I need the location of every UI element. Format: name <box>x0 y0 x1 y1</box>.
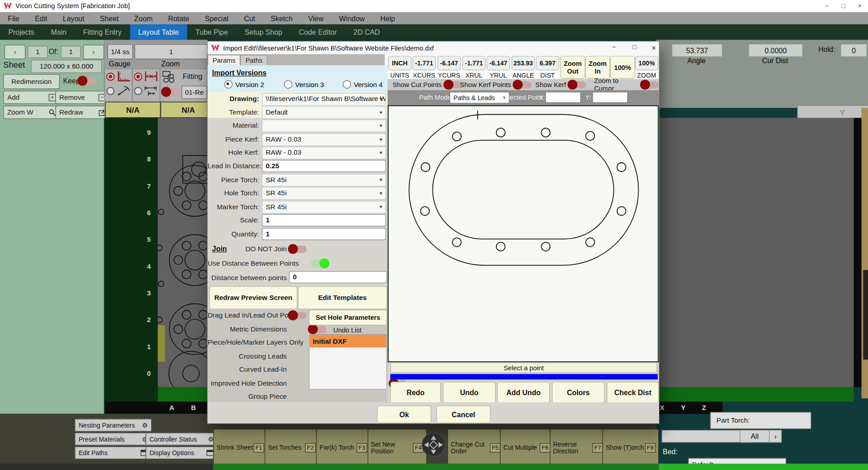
tab-main[interactable]: Main <box>42 24 74 40</box>
edit-templates-button[interactable]: Edit Templates <box>298 286 387 309</box>
quantity-input[interactable]: 1 <box>262 228 386 240</box>
side-scrollbar[interactable] <box>862 108 868 398</box>
reverse-direction-button[interactable]: Reverse DirectionF7 <box>550 429 606 466</box>
zoom-to-cursor-toggle[interactable] <box>641 81 659 88</box>
controller-status-button[interactable]: Controller Status⚙ <box>146 433 218 445</box>
dialog-minimize-icon[interactable]: − <box>608 43 620 51</box>
zoom-in-button[interactable]: Zoom In <box>585 56 610 78</box>
menu-item-rotate[interactable]: Rotate <box>160 14 197 22</box>
redo-button[interactable]: Redo <box>390 382 441 403</box>
redraw-preview-button[interactable]: Redraw Preview Screen <box>209 286 297 309</box>
version-2-option[interactable]: Version 2 <box>224 80 264 88</box>
dimension-tool-option[interactable] <box>133 69 159 83</box>
undo-list-item-initial-dxf[interactable]: Initial DXF <box>310 335 386 347</box>
gauge-value-button[interactable]: 1/4 ss <box>107 44 133 59</box>
all-button[interactable]: All <box>740 430 770 442</box>
maximize-icon[interactable]: □ <box>835 2 852 10</box>
sketch-radio[interactable] <box>107 87 115 95</box>
dxf-preview-canvas[interactable] <box>388 105 659 362</box>
material-dropdown[interactable] <box>262 119 386 132</box>
current-sheet-field[interactable]: 1 <box>28 46 47 58</box>
tab-fitting-entry[interactable]: Fitting Entry <box>75 24 130 40</box>
sketch-tool-option[interactable] <box>105 83 132 98</box>
piece-kerf-dropdown[interactable]: RAW - 0.03 <box>262 133 386 146</box>
show-cut-points-toggle[interactable] <box>445 81 462 88</box>
tab-tube-pipe[interactable]: Tube Pipe <box>187 24 237 40</box>
distance-between-points-input[interactable]: 0 <box>289 271 387 283</box>
menu-item-sheet[interactable]: Sheet <box>92 14 126 22</box>
scrollbar-thumb[interactable] <box>863 270 868 360</box>
cancel-button[interactable]: Cancel <box>436 405 491 423</box>
menu-item-sketch[interactable]: Sketch <box>263 14 300 22</box>
menu-item-file[interactable]: File <box>0 14 27 22</box>
part-torch-dropdown[interactable] <box>662 430 752 442</box>
park-torch-button[interactable]: Par(k) TorchF3 <box>316 429 370 466</box>
shrink-sheet-button[interactable]: Shrink SheetF1 <box>213 429 267 466</box>
piece-torch-dropdown[interactable]: SR 45i <box>262 174 386 186</box>
menu-item-view[interactable]: View <box>301 14 332 22</box>
sheet-canvas-left[interactable]: 9 8 7 6 5 4 3 2 1 0 <box>104 118 216 414</box>
zoom-100-button[interactable]: 100% <box>610 56 635 78</box>
show-kerf-toggle[interactable] <box>569 81 586 88</box>
template-dropdown[interactable]: Default <box>262 106 386 119</box>
redraw-button[interactable]: Redraw <box>56 106 110 119</box>
drag-lead-toggle[interactable] <box>289 312 306 319</box>
menu-item-special[interactable]: Special <box>197 14 237 22</box>
zoom-out-button[interactable]: Zoom Out <box>560 56 585 78</box>
check-dist-button[interactable]: Check Dist <box>607 382 659 403</box>
minimize-icon[interactable]: − <box>818 2 835 10</box>
tab-setup-shop[interactable]: Setup Shop <box>237 24 291 40</box>
x-input[interactable] <box>545 92 581 103</box>
total-sheets-field[interactable]: 1 <box>61 46 81 58</box>
tab-code-editor[interactable]: Code Editor <box>291 24 345 40</box>
version-4-radio[interactable] <box>343 80 351 88</box>
zoom-value-field[interactable]: 1 <box>135 44 208 59</box>
dialog-maximize-icon[interactable]: □ <box>629 43 640 51</box>
version-3-radio[interactable] <box>284 80 292 88</box>
version-2-radio[interactable] <box>224 80 232 88</box>
cut-multiple-button[interactable]: Cut MultipleF6 <box>500 429 554 466</box>
dimension-alt-radio[interactable] <box>134 87 142 95</box>
version-3-option[interactable]: Version 3 <box>284 80 324 88</box>
y-input[interactable] <box>592 92 628 103</box>
redimension-button[interactable]: Redimension <box>3 74 60 89</box>
lead-in-input[interactable]: 0.25 <box>262 160 386 172</box>
ok-button[interactable]: Ok <box>377 405 431 423</box>
hold-value-field[interactable]: 0 <box>840 44 867 57</box>
change-cut-order-button[interactable]: Change Cut OrderF5 <box>447 429 504 466</box>
fitting-toggle[interactable] <box>162 88 180 96</box>
set-hole-parameters-button[interactable]: Set Hole Parameters <box>309 310 387 325</box>
close-icon[interactable]: × <box>852 2 868 10</box>
tab-layout-table[interactable]: Layout Table <box>130 24 187 40</box>
add-undo-button[interactable]: Add Undo <box>497 382 550 403</box>
collapse-panel-button[interactable]: ▽ <box>797 105 868 119</box>
menu-item-edit[interactable]: Edit <box>27 14 55 22</box>
menu-item-cut[interactable]: Cut <box>236 14 263 22</box>
keep-toggle[interactable] <box>79 78 96 85</box>
display-options-button[interactable]: Display Options <box>146 447 218 459</box>
fitting-value-dropdown[interactable]: 01-Re <box>181 86 207 99</box>
version-4-option[interactable]: Version 4 <box>343 80 382 88</box>
colors-button[interactable]: Colors <box>552 382 605 403</box>
sheet-size-field[interactable]: 120.000 x 60.000 <box>31 60 102 73</box>
jog-pad-icon[interactable] <box>421 433 446 457</box>
remove-sheet-button[interactable]: Remove− <box>56 91 110 104</box>
menu-item-help[interactable]: Help <box>372 14 403 22</box>
tab-paths[interactable]: Paths <box>241 55 268 65</box>
set-new-position-button[interactable]: Set New PositionF4 <box>367 429 427 466</box>
dimension-radio-selected[interactable] <box>134 72 142 80</box>
use-distance-toggle[interactable] <box>311 260 329 267</box>
add-sheet-button[interactable]: Add+ <box>3 91 60 104</box>
show-kerf-points-toggle[interactable] <box>514 81 531 88</box>
tab-params[interactable]: Params <box>208 55 241 65</box>
nesting-parameters-button[interactable]: Nesting Parameters⚙ <box>75 419 152 432</box>
set-torches-button[interactable]: Set TorchesF2 <box>265 429 319 466</box>
do-not-join-toggle[interactable] <box>289 246 306 253</box>
sheet-canvas-right[interactable] <box>659 118 854 387</box>
drawing-dropdown[interactable]: \\fileserver\k1\For Shawn B\Software Web… <box>262 92 386 105</box>
marker-torch-dropdown[interactable]: SR 45i <box>262 201 386 213</box>
show-torch-button[interactable]: Show (T)orchF8 <box>603 429 659 466</box>
edit-paths-button[interactable]: Edit Paths <box>75 447 152 459</box>
next-sheet-button[interactable]: › <box>83 45 104 59</box>
dialog-titlebar[interactable]: Import Edit\\fileserver\k1\For Shawn B\S… <box>208 41 659 54</box>
